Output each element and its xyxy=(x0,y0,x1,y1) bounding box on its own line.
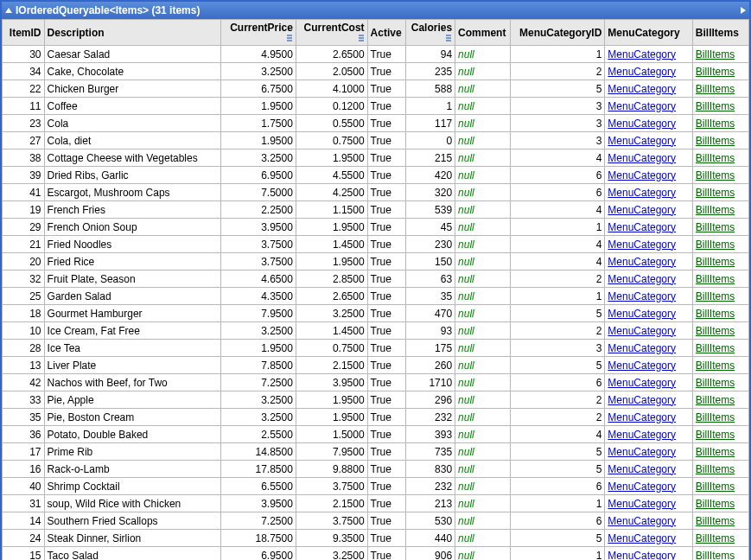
menucategory-link[interactable]: MenuCategory xyxy=(608,48,676,60)
menucategory-link[interactable]: MenuCategory xyxy=(608,360,676,372)
col-itemid[interactable]: ItemID xyxy=(3,20,45,46)
billitems-link[interactable]: BillItems xyxy=(696,118,735,130)
menucategory-link[interactable]: MenuCategory xyxy=(608,498,676,510)
menucategory-link[interactable]: MenuCategory xyxy=(608,550,676,560)
table-row[interactable]: 40Shrimp Cocktail6.55003.7500True232null… xyxy=(3,478,749,495)
menucategory-link[interactable]: MenuCategory xyxy=(608,169,676,181)
table-row[interactable]: 17Prime Rib14.85007.9500True735null5Menu… xyxy=(3,443,749,461)
col-menucategoryid[interactable]: MenuCategoryID xyxy=(511,20,605,46)
billitems-link[interactable]: BillItems xyxy=(696,221,735,233)
menucategory-link[interactable]: MenuCategory xyxy=(608,394,676,406)
menucategory-link[interactable]: MenuCategory xyxy=(608,480,676,493)
menucategory-link[interactable]: MenuCategory xyxy=(608,256,676,268)
results-header[interactable]: IOrderedQueryable<Items> (31 items) xyxy=(2,2,749,19)
billitems-link[interactable]: BillItems xyxy=(696,463,735,475)
billitems-link[interactable]: BillItems xyxy=(696,360,735,372)
table-row[interactable]: 38Cottage Cheese with Vegetables3.25001.… xyxy=(3,150,749,167)
menucategory-link[interactable]: MenuCategory xyxy=(608,308,676,320)
billitems-link[interactable]: BillItems xyxy=(696,342,735,354)
table-row[interactable]: 19French Fries2.25001.1500True539null4Me… xyxy=(3,201,749,219)
menucategory-link[interactable]: MenuCategory xyxy=(608,83,676,95)
menucategory-link[interactable]: MenuCategory xyxy=(608,66,676,78)
billitems-link[interactable]: BillItems xyxy=(696,532,735,544)
menucategory-link[interactable]: MenuCategory xyxy=(608,411,676,423)
table-row[interactable]: 20Fried Rice3.75001.9500True150null4Menu… xyxy=(3,253,749,270)
billitems-link[interactable]: BillItems xyxy=(696,290,735,302)
billitems-link[interactable]: BillItems xyxy=(696,256,735,268)
billitems-link[interactable]: BillItems xyxy=(696,48,735,60)
billitems-link[interactable]: BillItems xyxy=(696,239,735,251)
menucategory-link[interactable]: MenuCategory xyxy=(608,135,676,147)
billitems-link[interactable]: BillItems xyxy=(696,325,735,337)
menucategory-link[interactable]: MenuCategory xyxy=(608,532,676,544)
table-row[interactable]: 10Ice Cream, Fat Free3.25001.4500True93n… xyxy=(3,322,749,340)
col-description[interactable]: Description xyxy=(44,20,220,46)
sort-icon[interactable] xyxy=(445,34,452,43)
menucategory-link[interactable]: MenuCategory xyxy=(608,446,676,458)
table-row[interactable]: 16Rack-o-Lamb17.85009.8800True830null5Me… xyxy=(3,461,749,478)
sort-icon[interactable] xyxy=(286,34,293,43)
sort-icon[interactable] xyxy=(358,34,365,43)
table-row[interactable]: 27Cola, diet1.95000.7500True0null3MenuCa… xyxy=(3,132,749,150)
menucategory-link[interactable]: MenuCategory xyxy=(608,377,676,389)
billitems-link[interactable]: BillItems xyxy=(696,515,735,527)
table-row[interactable]: 30Caesar Salad4.95002.6500True94null1Men… xyxy=(3,46,749,63)
col-active[interactable]: Active xyxy=(367,20,405,46)
col-currentprice[interactable]: CurrentPrice xyxy=(220,20,296,46)
table-row[interactable]: 32Fruit Plate, Season4.65002.8500True63n… xyxy=(3,270,749,288)
col-comment[interactable]: Comment xyxy=(455,20,511,46)
table-row[interactable]: 23Cola1.75000.5500True117null3MenuCatego… xyxy=(3,115,749,132)
table-row[interactable]: 21Fried Noodles3.75001.4500True230null4M… xyxy=(3,236,749,253)
menucategory-link[interactable]: MenuCategory xyxy=(608,239,676,251)
table-row[interactable]: 42Nachos with Beef, for Two7.25003.9500T… xyxy=(3,374,749,391)
billitems-link[interactable]: BillItems xyxy=(696,169,735,181)
table-row[interactable]: 25Garden Salad4.35002.6500True35null1Men… xyxy=(3,288,749,305)
menucategory-link[interactable]: MenuCategory xyxy=(608,463,676,475)
menucategory-link[interactable]: MenuCategory xyxy=(608,342,676,354)
menucategory-link[interactable]: MenuCategory xyxy=(608,204,676,216)
table-row[interactable]: 35Pie, Boston Cream3.25001.9500True232nu… xyxy=(3,409,749,426)
menucategory-link[interactable]: MenuCategory xyxy=(608,290,676,302)
table-row[interactable]: 22Chicken Burger6.75004.1000True588null5… xyxy=(3,80,749,98)
table-row[interactable]: 13Liver Plate7.85002.1500True260null5Men… xyxy=(3,357,749,374)
menucategory-link[interactable]: MenuCategory xyxy=(608,118,676,130)
billitems-link[interactable]: BillItems xyxy=(696,446,735,458)
billitems-link[interactable]: BillItems xyxy=(696,377,735,389)
billitems-link[interactable]: BillItems xyxy=(696,83,735,95)
table-row[interactable]: 39Dried Ribs, Garlic6.95004.5500True420n… xyxy=(3,167,749,184)
table-row[interactable]: 14Southern Fried Scallops7.25003.7500Tru… xyxy=(3,512,749,530)
table-row[interactable]: 11Coffee1.95000.1200True1null3MenuCatego… xyxy=(3,98,749,115)
menucategory-link[interactable]: MenuCategory xyxy=(608,515,676,527)
billitems-link[interactable]: BillItems xyxy=(696,308,735,320)
billitems-link[interactable]: BillItems xyxy=(696,550,735,560)
billitems-link[interactable]: BillItems xyxy=(696,273,735,285)
billitems-link[interactable]: BillItems xyxy=(696,187,735,199)
billitems-link[interactable]: BillItems xyxy=(696,204,735,216)
table-row[interactable]: 29French Onion Soup3.95001.9500True45nul… xyxy=(3,219,749,236)
billitems-link[interactable]: BillItems xyxy=(696,135,735,147)
menucategory-link[interactable]: MenuCategory xyxy=(608,429,676,441)
table-row[interactable]: 31soup, Wild Rice with Chicken3.95002.15… xyxy=(3,495,749,512)
billitems-link[interactable]: BillItems xyxy=(696,100,735,112)
col-billitems[interactable]: BillItems xyxy=(692,20,748,46)
billitems-link[interactable]: BillItems xyxy=(696,66,735,78)
table-row[interactable]: 41Escargot, Mushroom Caps7.50004.2500Tru… xyxy=(3,184,749,201)
next-icon[interactable] xyxy=(741,7,746,14)
menucategory-link[interactable]: MenuCategory xyxy=(608,152,676,164)
col-menucategory[interactable]: MenuCategory xyxy=(605,20,693,46)
billitems-link[interactable]: BillItems xyxy=(696,152,735,164)
table-row[interactable]: 36Potato, Double Baked2.55001.5000True39… xyxy=(3,426,749,443)
menucategory-link[interactable]: MenuCategory xyxy=(608,187,676,199)
billitems-link[interactable]: BillItems xyxy=(696,411,735,423)
menucategory-link[interactable]: MenuCategory xyxy=(608,325,676,337)
table-row[interactable]: 15Taco Salad6.95003.2500True906null1Menu… xyxy=(3,547,749,560)
menucategory-link[interactable]: MenuCategory xyxy=(608,221,676,233)
billitems-link[interactable]: BillItems xyxy=(696,480,735,493)
table-row[interactable]: 24Steak Dinner, Sirlion18.75009.3500True… xyxy=(3,530,749,547)
menucategory-link[interactable]: MenuCategory xyxy=(608,100,676,112)
billitems-link[interactable]: BillItems xyxy=(696,429,735,441)
table-row[interactable]: 18Gourmet Hamburger7.95003.2500True470nu… xyxy=(3,305,749,322)
menucategory-link[interactable]: MenuCategory xyxy=(608,273,676,285)
collapse-icon[interactable] xyxy=(5,8,12,13)
table-row[interactable]: 34Cake, Chocolate3.25002.0500True235null… xyxy=(3,63,749,80)
